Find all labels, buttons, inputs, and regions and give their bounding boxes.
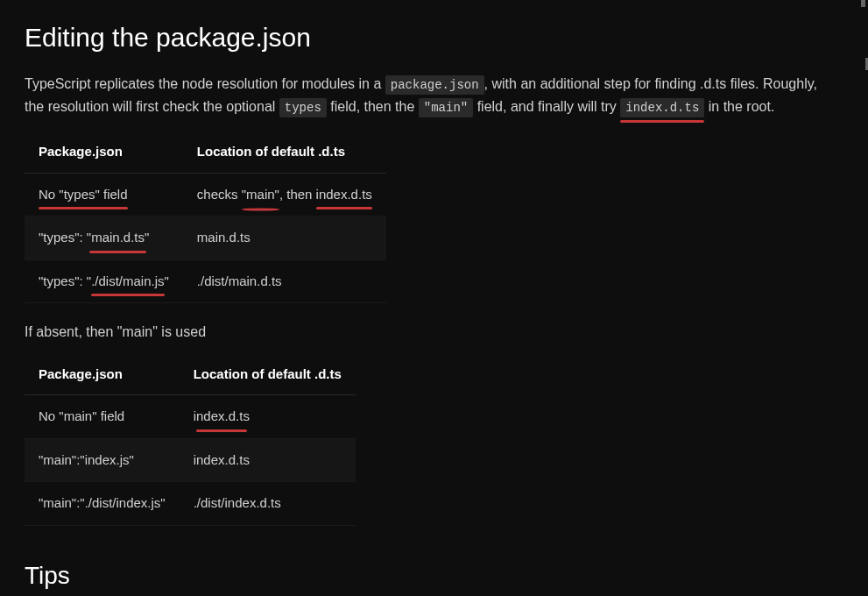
table-row: "main":"index.js" index.d.ts: [25, 438, 356, 482]
intro-text-5: in the root.: [704, 99, 774, 114]
cell-text: "main.d.ts": [87, 228, 150, 248]
cell-text: "types":: [39, 230, 87, 245]
cell-text: checks: [197, 187, 242, 202]
table-cell: ./dist/index.d.ts: [180, 482, 356, 526]
cell-text: "main": [242, 185, 279, 205]
table-cell: No "types" field: [25, 173, 183, 216]
heading-tips: Tips: [25, 557, 825, 594]
table-cell: "main":"index.js": [25, 438, 180, 482]
scrollbar[interactable]: [852, 0, 868, 596]
table-row: No "main" field index.d.ts: [25, 395, 356, 439]
table-header-location: Location of default .d.ts: [183, 131, 386, 173]
heading-editing-package-json: Editing the package.json: [25, 18, 825, 57]
main-resolution-table: Package.json Location of default .d.ts N…: [25, 354, 356, 526]
types-resolution-table: Package.json Location of default .d.ts N…: [25, 131, 386, 303]
intro-paragraph: TypeScript replicates the node resolutio…: [25, 73, 825, 117]
code-index-dts: index.d.ts: [620, 98, 704, 117]
table-row: "types": "main.d.ts" main.d.ts: [25, 216, 386, 260]
scrollbar-marker: [861, 0, 865, 7]
code-main: "main": [419, 98, 473, 117]
intro-text-4: field, and finally will try: [473, 99, 620, 114]
table-cell: checks "main", then index.d.ts: [183, 173, 386, 216]
table-header-package-json: Package.json: [25, 354, 180, 395]
table-header-location: Location of default .d.ts: [180, 354, 356, 395]
table-cell: "main":"./dist/index.js": [25, 482, 180, 526]
intro-text-1: TypeScript replicates the node resolutio…: [25, 76, 385, 91]
intro-text-3: field, then the: [327, 99, 419, 114]
table-cell: "types": "./dist/main.js": [25, 259, 183, 303]
cell-text: "types":: [39, 273, 87, 288]
table-cell: No "main" field: [25, 395, 180, 439]
cell-text: "types" field: [59, 187, 127, 202]
table-cell: index.d.ts: [180, 438, 356, 482]
code-package-json: package.json: [385, 75, 484, 95]
table-header-package-json: Package.json: [25, 131, 183, 173]
table-cell: ./dist/main.d.ts: [183, 259, 386, 303]
code-types: types: [279, 98, 327, 117]
cell-text: , then: [279, 187, 316, 202]
cell-text: "./dist/main.js": [87, 272, 169, 292]
table-cell: "types": "main.d.ts": [25, 216, 183, 260]
table-header-row: Package.json Location of default .d.ts: [25, 131, 386, 173]
table-cell: index.d.ts: [180, 395, 356, 439]
table-header-row: Package.json Location of default .d.ts: [25, 354, 356, 395]
cell-text: index.d.ts: [316, 185, 372, 205]
cell-text: index.d.ts: [194, 407, 250, 427]
table-row: "main":"./dist/index.js" ./dist/index.d.…: [25, 482, 356, 526]
table-cell: main.d.ts: [183, 216, 386, 260]
cell-text: No: [39, 187, 59, 202]
table-row: "types": "./dist/main.js" ./dist/main.d.…: [25, 259, 386, 303]
document-content: Editing the package.json TypeScript repl…: [0, 0, 850, 596]
table-row: No "types" field checks "main", then ind…: [25, 173, 386, 216]
absent-text: If absent, then "main" is used: [25, 321, 825, 344]
